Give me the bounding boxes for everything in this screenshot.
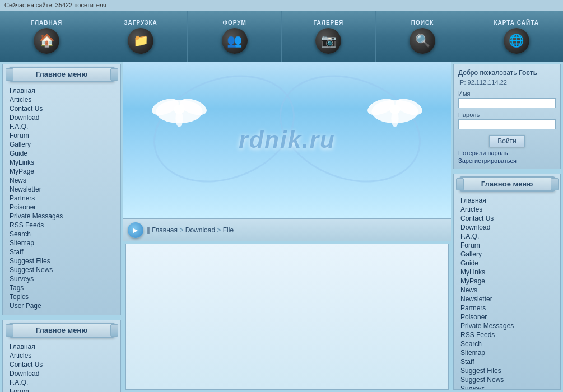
- list-item[interactable]: News: [460, 286, 553, 295]
- download-icon: 📁: [128, 28, 153, 54]
- list-item[interactable]: Surveys: [10, 274, 114, 283]
- search-icon: 🔍: [410, 28, 435, 54]
- nav-search[interactable]: ПОИСК 🔍: [376, 11, 470, 62]
- hero-site-name: rdnik.ru: [239, 127, 335, 153]
- list-item[interactable]: Guide: [460, 259, 553, 268]
- login-button[interactable]: Войти: [489, 135, 525, 147]
- right-menu-title: Главное меню: [459, 176, 555, 192]
- left-menu-2: Главное меню Главная Articles Contact Us…: [2, 320, 121, 392]
- list-item[interactable]: MyPage: [10, 167, 114, 176]
- right-sidebar: Добро пожаловать Гость IP: 92.112.114.22…: [451, 62, 563, 392]
- center-content: rdnik.ru ► ‖ Главная > Download > File: [123, 62, 451, 392]
- list-item[interactable]: Главная: [460, 196, 553, 205]
- list-item[interactable]: Surveys: [460, 384, 553, 390]
- forum-icon: 👥: [222, 28, 248, 54]
- pass-label: Пароль: [458, 111, 556, 118]
- list-item[interactable]: MyLinks: [10, 158, 114, 167]
- list-item[interactable]: Search: [10, 230, 114, 239]
- nav-header: ГЛАВНАЯ 🏠 ЗАГРУЗКА 📁 ФОРУМ 👥 ГАЛЕРЕЯ 📷 П…: [0, 11, 563, 62]
- list-item[interactable]: Guide: [10, 149, 114, 158]
- list-item[interactable]: Search: [460, 339, 553, 348]
- nav-download[interactable]: ЗАГРУЗКА 📁: [94, 11, 188, 62]
- nav-gallery[interactable]: ГАЛЕРЕЯ 📷: [282, 11, 376, 62]
- right-menu-links: Главная Articles Contact Us Download F.A…: [454, 196, 560, 390]
- list-item[interactable]: Download: [10, 369, 114, 378]
- breadcrumb-arrow: ►: [128, 222, 143, 238]
- left-menu-1-title: Главное меню: [9, 67, 115, 82]
- list-item[interactable]: Staff: [10, 248, 114, 256]
- list-item[interactable]: Partners: [10, 194, 114, 203]
- list-item[interactable]: Articles: [10, 351, 114, 360]
- bc-home[interactable]: Главная: [152, 226, 178, 234]
- register-link[interactable]: Зарегистрироваться: [458, 157, 556, 164]
- list-item[interactable]: Forum: [460, 241, 553, 250]
- list-item[interactable]: Главная: [10, 86, 114, 95]
- list-item[interactable]: Contact Us: [10, 104, 114, 113]
- list-item[interactable]: Gallery: [460, 250, 553, 259]
- pass-input[interactable]: [458, 119, 556, 129]
- list-item[interactable]: Articles: [460, 205, 553, 214]
- svg-point-11: [391, 110, 398, 127]
- list-item[interactable]: F.A.Q.: [10, 122, 114, 131]
- top-bar: Сейчас на сайте: 35422 посетителя: [0, 0, 563, 11]
- svg-point-4: [179, 104, 184, 110]
- main-layout: Главное меню Главная Articles Contact Us…: [0, 62, 563, 392]
- list-item[interactable]: Suggest Files: [10, 256, 114, 265]
- list-item[interactable]: Gallery: [10, 140, 114, 149]
- bc-section[interactable]: Download: [185, 226, 215, 234]
- svg-point-5: [175, 110, 183, 127]
- list-item[interactable]: Topics: [10, 292, 114, 301]
- list-item[interactable]: Download: [460, 223, 553, 232]
- dove-left: [151, 90, 207, 129]
- bc-current: File: [223, 226, 234, 234]
- list-item[interactable]: Tags: [10, 283, 114, 292]
- list-item[interactable]: F.A.Q.: [10, 378, 114, 387]
- list-item[interactable]: Contact Us: [10, 360, 114, 369]
- list-item[interactable]: Private Messages: [460, 321, 553, 330]
- name-input[interactable]: [458, 98, 556, 108]
- left-menu-2-title: Главное меню: [9, 323, 115, 338]
- nav-home[interactable]: ГЛАВНАЯ 🏠: [0, 11, 94, 62]
- list-item[interactable]: RSS Feeds: [460, 330, 553, 339]
- left-sidebar: Главное меню Главная Articles Contact Us…: [0, 62, 123, 392]
- list-item[interactable]: Private Messages: [10, 212, 114, 221]
- list-item[interactable]: Suggest News: [10, 265, 114, 274]
- sitemap-icon: 🌐: [504, 28, 529, 54]
- list-item[interactable]: Download: [10, 113, 114, 122]
- svg-point-10: [390, 104, 396, 110]
- nav-sitemap[interactable]: КАРТА САЙТА 🌐: [469, 11, 563, 62]
- list-item[interactable]: Forum: [10, 387, 114, 392]
- list-item[interactable]: MyLinks: [460, 268, 553, 277]
- list-item[interactable]: Sitemap: [460, 348, 553, 357]
- list-item[interactable]: Contact Us: [460, 214, 553, 223]
- login-box: Добро пожаловать Гость IP: 92.112.114.22…: [453, 64, 561, 169]
- list-item[interactable]: Articles: [10, 95, 114, 104]
- left-menu-1-links: Главная Articles Contact Us Download F.A…: [3, 86, 120, 310]
- list-item[interactable]: Sitemap: [10, 239, 114, 248]
- dove-right: [367, 90, 423, 129]
- content-area: [125, 244, 449, 390]
- list-item[interactable]: Suggest Files: [460, 366, 553, 375]
- list-item[interactable]: Forum: [10, 131, 114, 140]
- list-item[interactable]: Newsletter: [10, 185, 114, 194]
- list-item[interactable]: Staff: [460, 357, 553, 366]
- right-menu: Главное меню Главная Articles Contact Us…: [453, 174, 561, 390]
- breadcrumb: ‖ Главная > Download > File: [147, 226, 234, 234]
- hero-banner: rdnik.ru: [123, 62, 451, 218]
- bc-separator: ‖: [147, 226, 150, 234]
- list-item[interactable]: Newsletter: [460, 295, 553, 304]
- nav-forum[interactable]: ФОРУМ 👥: [188, 11, 282, 62]
- list-item[interactable]: Partners: [460, 304, 553, 312]
- list-item[interactable]: News: [10, 176, 114, 185]
- list-item[interactable]: Poisoner: [10, 203, 114, 212]
- list-item[interactable]: RSS Feeds: [10, 221, 114, 230]
- home-icon: 🏠: [34, 28, 59, 54]
- forgot-password-link[interactable]: Потеряли пароль: [458, 150, 556, 156]
- list-item[interactable]: Poisoner: [460, 312, 553, 321]
- list-item[interactable]: F.A.Q.: [460, 232, 553, 241]
- list-item[interactable]: MyPage: [460, 277, 553, 286]
- list-item[interactable]: Suggest News: [460, 375, 553, 384]
- breadcrumb-bar: ► ‖ Главная > Download > File: [123, 218, 451, 241]
- list-item[interactable]: Главная: [10, 342, 114, 351]
- list-item[interactable]: User Page: [10, 301, 114, 310]
